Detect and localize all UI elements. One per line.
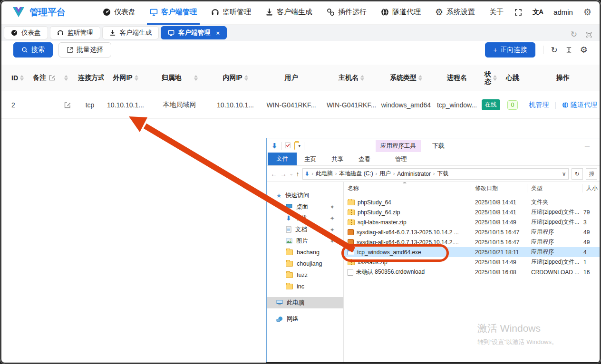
batch-select-button[interactable]: 批量选择 [58, 42, 111, 57]
col-os-type[interactable]: 系统类型 [379, 74, 433, 82]
col-wan-ip[interactable]: 外网IP [104, 74, 147, 82]
sidebar-item-desktop[interactable]: 桌面 ✦ [267, 201, 343, 212]
ribbon-tab-share[interactable]: 共享 [324, 153, 351, 165]
sidebar-item-quick-access[interactable]: ★ 快速访问 [267, 190, 343, 201]
new-folder-icon[interactable] [294, 143, 295, 149]
tab-clients-active[interactable]: 客户端管理 × [161, 26, 227, 39]
sort-icon[interactable] [64, 75, 68, 81]
file-row[interactable]: phpStudy_64 2025/10/8 14:41 文件夹 [344, 197, 601, 207]
sidebar-item-fuzz[interactable]: fuzz [267, 269, 343, 281]
nav-item-tunnel[interactable]: 隧道代理 [381, 0, 421, 25]
settings-gear-icon[interactable]: ⚙ [583, 8, 591, 17]
tab-listeners[interactable]: 监听管理 [50, 26, 100, 39]
sidebar-item-pictures[interactable]: 图片 ✦ [267, 235, 343, 247]
star-icon: ★ [276, 192, 281, 199]
col-note[interactable]: 备注 [25, 74, 76, 82]
address-bar: ← → ⌄ ↑ ⬇ › 此电脑 › 本地磁盘 (C:) › 用户 › Admin… [267, 166, 601, 182]
sidebar-item-inc[interactable]: inc [267, 281, 343, 292]
forward-icon[interactable]: → [280, 170, 287, 178]
minimize-icon[interactable]: ─ [585, 142, 590, 150]
toolbar-right: + 正向连接 ↻ ⚙ [485, 42, 588, 57]
address-dropdown-icon[interactable]: ∨ [562, 171, 566, 177]
ribbon-tab-view[interactable]: 查看 [351, 153, 378, 165]
col-location[interactable]: 归属地 [147, 74, 212, 82]
maximize-icon[interactable] [586, 31, 592, 38]
nav-item-settings[interactable]: ⚙ 系统设置 [435, 0, 475, 25]
context-tab-app-tools[interactable]: 应用程序工具 [376, 140, 421, 152]
search-button[interactable]: 搜索 [13, 42, 53, 57]
crumb-administrator[interactable]: Administrator [397, 171, 431, 177]
col-status[interactable]: 状态 [481, 71, 500, 85]
sort-icon[interactable] [418, 75, 422, 81]
up-icon[interactable]: ↑ [296, 170, 300, 178]
sort-icon[interactable] [244, 75, 248, 81]
user-name[interactable]: admin [553, 8, 573, 16]
refresh-icon[interactable]: ↻ [571, 29, 577, 39]
nav-item-clients[interactable]: 客户端管理 [150, 0, 197, 25]
crumb-downloads[interactable]: 下载 [437, 170, 448, 178]
brand[interactable]: 管理平台 [12, 6, 103, 19]
col-date-modified[interactable]: 修改日期 [471, 184, 527, 192]
nav-item-client-gen[interactable]: 客户端生成 [265, 0, 312, 25]
sidebar-item-downloads[interactable]: ⬇ 下载 ✦ [267, 212, 343, 224]
col-size[interactable]: 大小 [582, 184, 601, 192]
history-chevron-icon[interactable]: ⌄ [290, 172, 293, 176]
close-icon[interactable]: × [216, 29, 220, 37]
crumb-users[interactable]: 用户 [379, 170, 391, 178]
crumb-disk-c[interactable]: 本地磁盘 (C:) [339, 170, 373, 178]
sort-icon[interactable] [20, 75, 24, 81]
sidebar-item-bachang[interactable]: bachang [267, 247, 343, 258]
row-lan-ip: 10.10.10.1... [212, 101, 259, 109]
nav-item-about[interactable]: 关于 [489, 0, 504, 25]
tab-dashboard[interactable]: 仪表盘 [4, 26, 48, 39]
folder-icon [286, 272, 293, 278]
explorer-titlebar[interactable]: ⬇ ▾ 应用程序工具 下载 ─ [267, 138, 601, 153]
col-lan-ip[interactable]: 内网IP [212, 74, 259, 82]
file-row[interactable]: phpStudy_64.zip 2025/10/8 14:41 压缩(zippe… [344, 207, 601, 217]
forward-connect-button[interactable]: + 正向连接 [485, 42, 535, 57]
file-row[interactable]: sqli-labs-master.zip 2025/10/8 14:49 压缩(… [344, 217, 601, 227]
properties-check-icon[interactable] [285, 142, 291, 150]
crumb-this-pc[interactable]: 此电脑 [316, 170, 333, 178]
table-row[interactable]: 2 tcp 10.10.10.1... 本地局域网 10.10.10.1... … [0, 91, 601, 119]
ribbon-tab-manage[interactable]: 管理 [385, 153, 417, 165]
host-manage-link[interactable]: 机管理 [529, 101, 549, 109]
explorer-search-box[interactable] [586, 168, 597, 180]
col-hostname[interactable]: 主机名 [323, 74, 379, 82]
folder-icon [286, 261, 293, 267]
sidebar-item-this-pc[interactable]: 此电脑 [267, 297, 343, 308]
row-height-icon[interactable] [565, 47, 572, 54]
table-settings-gear-icon[interactable]: ⚙ [580, 46, 588, 54]
sort-icon[interactable] [493, 75, 497, 81]
col-connect-type[interactable]: 连接方式 [76, 74, 104, 82]
translate-icon[interactable]: 文A [533, 8, 543, 17]
nav-item-dashboard[interactable]: 仪表盘 [103, 0, 136, 25]
col-type[interactable]: 类型 [527, 184, 582, 192]
sidebar-item-choujiang[interactable]: choujiang [267, 258, 343, 269]
edit-icon[interactable] [48, 74, 56, 81]
sidebar-item-network[interactable]: 网络 [267, 313, 343, 325]
refresh-icon[interactable]: ↻ [572, 168, 583, 180]
back-icon[interactable]: ← [271, 170, 277, 178]
search-input[interactable] [586, 169, 597, 179]
col-name[interactable]: 名称 [344, 184, 471, 192]
window-title: 下载 [432, 142, 445, 150]
refresh-icon[interactable]: ↻ [551, 45, 558, 55]
sort-icon[interactable] [360, 75, 364, 81]
chevron-down-icon[interactable]: ▾ [299, 144, 301, 148]
nav-item-listeners[interactable]: 监听管理 [211, 0, 251, 25]
breadcrumb[interactable]: ⬇ › 此电脑 › 本地磁盘 (C:) › 用户 › Administrator… [302, 168, 569, 180]
tunnel-proxy-link[interactable]: 隧道代理 [562, 101, 597, 109]
col-id[interactable]: ID [0, 74, 25, 82]
tab-client-gen[interactable]: 客户端生成 [102, 26, 159, 39]
sort-icon[interactable] [135, 75, 138, 81]
sort-icon[interactable] [194, 75, 198, 81]
file-row[interactable]: sysdiag-all-x64-6.0.7.13-2025.10.14.2 ..… [344, 227, 601, 237]
ribbon-tab-home[interactable]: 主页 [297, 153, 324, 165]
ribbon-tab-file[interactable]: 文件 [268, 153, 297, 165]
sidebar-item-documents[interactable]: 文档 ✦ [267, 224, 343, 235]
nav-item-plugins[interactable]: 插件运行 [327, 0, 367, 25]
file-row[interactable]: 未确认 850356.crdownload 2025/10/8 16:08 CR… [344, 267, 601, 277]
fullscreen-icon[interactable] [514, 9, 522, 16]
edit-icon[interactable] [64, 101, 71, 109]
